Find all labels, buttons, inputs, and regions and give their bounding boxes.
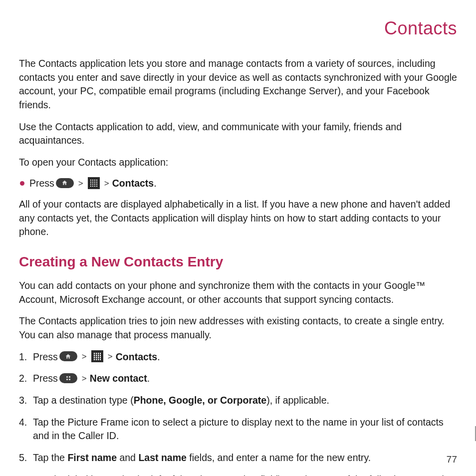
- step-text: fields, and enter a name for the new ent…: [187, 452, 371, 463]
- step-number: 1.: [19, 350, 30, 364]
- destination-types: Phone, Google, or Corporate: [134, 395, 267, 406]
- step-3: 3. Tap a destination type (Phone, Google…: [19, 394, 457, 408]
- step-text: Tap a destination type (: [33, 395, 134, 406]
- page-number: 77: [447, 454, 457, 465]
- contacts-label: Contacts: [116, 350, 157, 364]
- section-paragraph-1: You can add contacts on your phone and s…: [19, 279, 457, 306]
- step-number: 6.: [19, 473, 30, 476]
- step-text: Tap the label button (to the left of the…: [33, 474, 457, 476]
- separator: >: [104, 179, 109, 189]
- step-number: 5.: [19, 451, 30, 465]
- separator: >: [108, 351, 113, 363]
- separator: >: [82, 351, 87, 363]
- step-number: 2.: [19, 372, 30, 386]
- intro-paragraph-2: Use the Contacts application to add, vie…: [19, 120, 457, 148]
- page-title: Contacts: [384, 18, 457, 38]
- section-title: Creating a New Contacts Entry: [19, 254, 457, 270]
- press-label: Press: [29, 178, 54, 189]
- intro-paragraph-1: The Contacts application lets you store …: [19, 57, 457, 112]
- step-text: Tap the: [33, 452, 67, 463]
- intro-paragraph-3: To open your Contacts application:: [19, 156, 457, 170]
- step-number: 3.: [19, 394, 30, 408]
- step-text: Tap the Picture Frame icon to select a p…: [33, 416, 457, 443]
- intro-paragraph-4: All of your contacts are displayed alpha…: [19, 198, 457, 239]
- home-key-icon: [59, 351, 77, 361]
- press-label: Press: [33, 350, 58, 364]
- step-5: 5. Tap the First name and Last name fiel…: [19, 451, 457, 465]
- menu-key-icon: [59, 373, 77, 383]
- separator: >: [78, 179, 83, 189]
- page-header: Contacts: [19, 18, 457, 39]
- bullet-instruction: Press > > Contacts.: [20, 178, 457, 190]
- apps-icon: [91, 350, 103, 362]
- step-1: 1. Press > > Contacts.: [19, 350, 457, 364]
- step-6: 6. Tap the label button (to the left of …: [19, 473, 457, 476]
- contacts-label: Contacts: [112, 178, 154, 189]
- bullet-icon: [20, 181, 24, 186]
- step-text: and: [117, 452, 138, 463]
- first-name-label: First name: [67, 452, 117, 463]
- last-name-label: Last name: [138, 452, 186, 463]
- step-text: ), if applicable.: [266, 395, 329, 406]
- separator: >: [82, 373, 87, 385]
- step-4: 4. Tap the Picture Frame icon to select …: [19, 416, 457, 443]
- new-contact-label: New contact: [90, 372, 147, 386]
- section-paragraph-2: The Contacts application tries to join n…: [19, 314, 457, 342]
- apps-icon: [88, 177, 100, 189]
- press-label: Press: [33, 372, 58, 386]
- home-key-icon: [56, 178, 74, 188]
- step-2: 2. Press > New contact.: [19, 372, 457, 386]
- step-number: 4.: [19, 416, 30, 443]
